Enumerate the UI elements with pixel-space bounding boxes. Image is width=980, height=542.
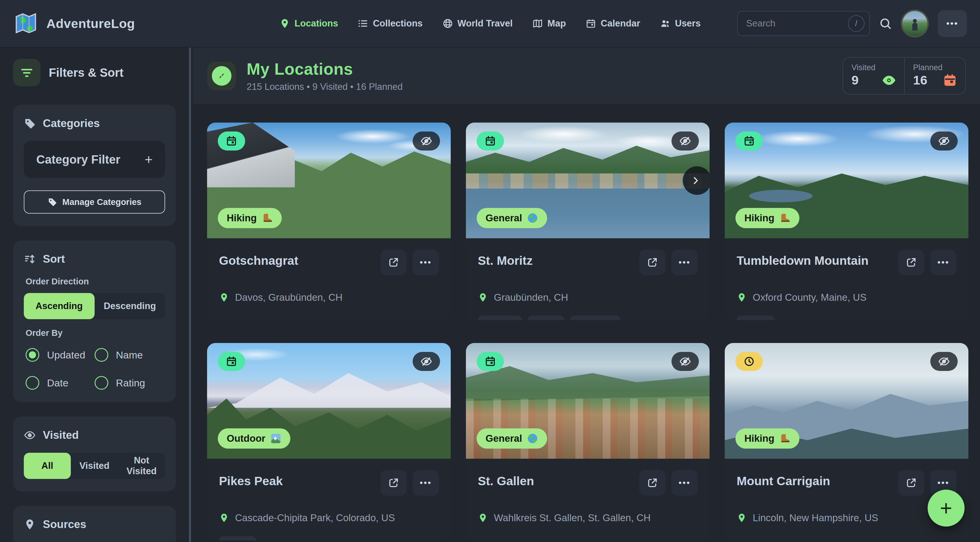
next-photo-button[interactable] — [683, 166, 710, 195]
open-location-button[interactable] — [640, 250, 665, 275]
location-title: St. Moritz — [478, 250, 533, 268]
external-link-icon — [905, 257, 917, 268]
direction-descending[interactable]: Descending — [95, 293, 165, 319]
card-more-button[interactable]: ••• — [413, 250, 439, 275]
map-pin-icon — [478, 292, 488, 302]
filters-sidebar: Filters & Sort Categories Category Filte… — [0, 48, 191, 542]
nav-item-world-travel[interactable]: World Travel — [442, 18, 513, 29]
open-location-button[interactable] — [380, 470, 407, 496]
page-title: My Locations — [247, 59, 402, 78]
visited-not-visited[interactable]: Not Visited — [118, 453, 165, 479]
location-card-tumbledown-mountain[interactable]: Hiking Tumbledown Mountain ••• Oxford Co… — [725, 122, 969, 320]
eye-icon — [882, 73, 896, 87]
visited-visited[interactable]: Visited — [71, 453, 118, 479]
add-location-button[interactable]: + — [928, 490, 964, 526]
calendar-icon — [585, 18, 596, 29]
visited-panel: Visited All Visited Not Visited — [13, 416, 176, 491]
categories-title: Categories — [43, 117, 100, 130]
page-subtitle: 215 Locations • 9 Visited • 16 Planned — [247, 81, 402, 92]
location-title: Gotschnagrat — [219, 250, 298, 268]
radio-updated[interactable]: Updated — [25, 348, 95, 362]
manage-categories-button[interactable]: Manage Categories — [24, 191, 165, 214]
radio-date[interactable]: Date — [25, 376, 95, 390]
user-avatar[interactable] — [901, 10, 929, 38]
sources-panel: Sources Include Collection Locations — [13, 506, 176, 542]
tag-pill[interactable]: hiking — [737, 316, 775, 320]
location-card-pikes-peak[interactable]: Outdoor Pikes Peak ••• Cascade-Chipita P… — [207, 343, 451, 540]
map-pin-icon — [737, 513, 747, 523]
filters-header: Filters & Sort — [13, 59, 176, 86]
tag-pill[interactable]: walking — [478, 316, 522, 320]
card-more-button[interactable]: ••• — [671, 250, 698, 275]
search-input[interactable] — [746, 18, 844, 29]
location-title: Tumbledown Mountain — [737, 250, 869, 268]
locations-grid: Hiking Gotschnagrat ••• Davos, Graubünde… — [193, 104, 980, 540]
hiking-boot-icon — [779, 212, 791, 224]
filters-title: Filters & Sort — [49, 66, 124, 79]
radio-dot — [25, 348, 39, 362]
external-link-icon — [647, 257, 658, 268]
eye-off-icon[interactable] — [930, 352, 958, 371]
visited-all[interactable]: All — [24, 453, 71, 479]
nav-item-locations[interactable]: Locations — [279, 18, 338, 29]
card-more-button[interactable]: ••• — [671, 470, 698, 496]
open-location-button[interactable] — [898, 470, 924, 496]
sort-panel: Sort Order Direction Ascending Descendin… — [13, 240, 176, 402]
tag-icon — [24, 118, 36, 129]
location-row: Cascade-Chipita Park, Colorado, US — [219, 512, 439, 524]
nav-item-users[interactable]: Users — [660, 18, 701, 29]
location-photo: General — [466, 343, 710, 459]
nav-item-calendar[interactable]: Calendar — [585, 18, 640, 29]
location-photo: Hiking — [725, 122, 969, 238]
tag-pill[interactable]: views — [528, 316, 565, 320]
planned-calendar-badge — [735, 132, 763, 151]
adventurelog-logo-icon — [13, 11, 39, 36]
eye-off-icon[interactable] — [413, 132, 440, 151]
eye-off-icon[interactable] — [930, 132, 958, 151]
direction-ascending[interactable]: Ascending — [24, 293, 95, 319]
category-pill: Hiking — [735, 428, 799, 448]
eye-icon — [24, 429, 36, 441]
visited-title: Visited — [43, 429, 79, 442]
open-location-button[interactable] — [380, 250, 407, 275]
main-content: My Locations 215 Locations • 9 Visited •… — [193, 0, 980, 540]
location-photo: Hiking — [725, 343, 969, 459]
eye-off-icon[interactable] — [671, 132, 699, 151]
category-filter-collapse[interactable]: Category Filter + — [24, 141, 165, 178]
hiking-boot-icon — [779, 433, 791, 444]
nav-item-map[interactable]: Map — [532, 18, 566, 29]
map-pin-icon — [219, 292, 229, 302]
open-location-button[interactable] — [640, 470, 665, 496]
card-more-button[interactable]: ••• — [413, 470, 439, 496]
external-link-icon — [647, 477, 658, 488]
open-location-button[interactable] — [898, 250, 924, 275]
location-card-st-gallen[interactable]: General St. Gallen ••• Wahlkreis St. Gal… — [466, 343, 710, 540]
location-card-gotschnagrat[interactable]: Hiking Gotschnagrat ••• Davos, Graubünde… — [207, 122, 451, 320]
category-pill: Hiking — [218, 208, 282, 228]
brand[interactable]: AdventureLog — [13, 11, 135, 36]
visited-stat: Visited 9 — [843, 58, 904, 94]
visited-control: All Visited Not Visited — [24, 453, 165, 479]
planned-calendar-badge — [218, 132, 245, 151]
tag-pill[interactable]: shopping — [570, 316, 620, 320]
card-more-button[interactable]: ••• — [930, 250, 956, 275]
location-title: Mount Carrigain — [737, 470, 830, 488]
planned-stat: Planned 16 — [904, 58, 965, 94]
radio-rating[interactable]: Rating — [95, 376, 164, 390]
location-row: Oxford County, Maine, US — [737, 292, 956, 303]
radio-dot — [95, 376, 108, 390]
nav-item-collections[interactable]: Collections — [358, 18, 422, 29]
eye-off-icon[interactable] — [671, 352, 699, 371]
search-box[interactable]: / — [737, 11, 870, 36]
map-pin-icon — [219, 513, 229, 523]
external-link-icon — [905, 477, 917, 488]
location-card-st-moritz[interactable]: General St. Moritz ••• Graubünden, CH wa… — [466, 122, 710, 320]
eye-off-icon[interactable] — [413, 352, 440, 371]
navbar-more-button[interactable]: ••• — [938, 10, 967, 37]
compass-icon — [207, 62, 236, 90]
tag-pill[interactable]: views — [219, 536, 256, 540]
plus-icon: + — [145, 151, 153, 167]
planned-clock-badge — [735, 352, 763, 371]
search-icon[interactable] — [879, 17, 892, 30]
radio-name[interactable]: Name — [95, 348, 164, 362]
